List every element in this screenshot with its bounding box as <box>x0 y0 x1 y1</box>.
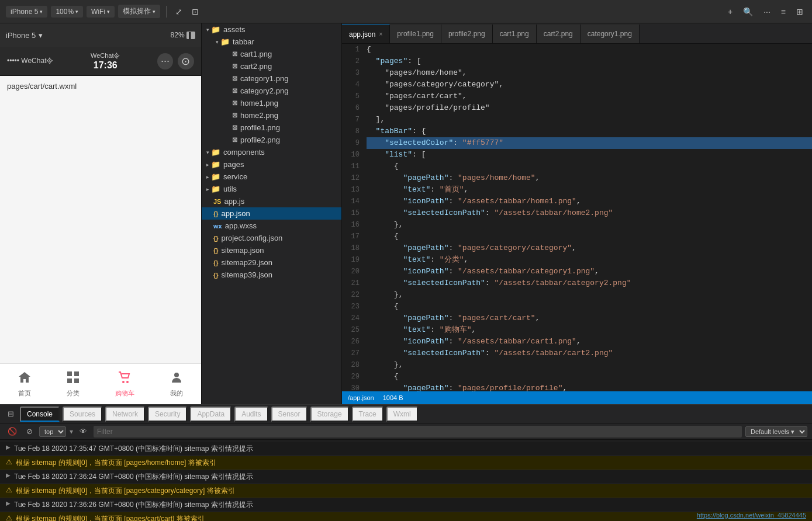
wechat-time: 17:36 <box>91 60 120 71</box>
wifi-selector[interactable]: WiFi ▾ <box>87 6 115 18</box>
split-button[interactable]: ⊞ <box>793 5 806 18</box>
file-icon: ⊠ <box>232 112 237 119</box>
console-message: ⚠ 根据 sitemap 的规则[0]，当前页面 [pages/cart/car… <box>0 512 812 521</box>
svg-point-5 <box>126 381 129 383</box>
explorer-item-sitemap29[interactable]: {}sitemap29.json <box>202 256 341 269</box>
tab-item-cart[interactable]: 购物车 <box>115 371 134 398</box>
filter-input[interactable] <box>94 426 742 437</box>
line-content: "selectedIconPath": "/assets/tabbar/cate… <box>367 277 812 289</box>
folder-arrow-icon: ▸ <box>206 162 209 168</box>
explorer-item-sitemap39[interactable]: {}sitemap39.json <box>202 269 341 281</box>
editor-tab-category1png[interactable]: category1.png <box>581 25 640 43</box>
tab-close-icon[interactable]: × <box>379 31 382 37</box>
line-number: 6 <box>342 102 367 114</box>
tab-item-category[interactable]: 分类 <box>67 371 80 398</box>
phone-tabbar: 首页分类购物车我的 <box>0 363 201 404</box>
explorer-item-category1[interactable]: ⊠category1.png <box>202 72 341 85</box>
editor-tab-profile1png[interactable]: profile1.png <box>390 25 441 43</box>
panel-tab-storage[interactable]: Storage <box>310 407 349 422</box>
line-number: 26 <box>342 336 367 348</box>
breadcrumb-text: pages/cart/cart.wxml <box>7 82 77 91</box>
device-selector[interactable]: iPhone 5 ▾ <box>6 6 47 18</box>
explorer-item-tabbar[interactable]: ▾📁tabbar <box>202 36 341 48</box>
explorer-item-profile2[interactable]: ⊠profile2.png <box>202 134 341 146</box>
explorer-item-label: utils <box>223 185 237 193</box>
explorer-item-home1[interactable]: ⊠home1.png <box>202 97 341 109</box>
context-select[interactable]: top <box>39 426 66 437</box>
bottom-link[interactable]: https://blog.csdn.net/weixin_45824445 <box>697 512 806 519</box>
explorer-item-label: sitemap.json <box>222 246 264 255</box>
panel-tab-trace[interactable]: Trace <box>352 407 383 422</box>
file-icon: ⊠ <box>232 62 237 70</box>
editor-tab-cart2png[interactable]: cart2.png <box>537 25 581 43</box>
device-arrow-icon2: ▾ <box>39 31 43 40</box>
panel-tab-network[interactable]: Network <box>105 407 145 422</box>
wechat-camera-icon[interactable]: ⊙ <box>178 53 194 70</box>
panel-tab-sources[interactable]: Sources <box>63 407 102 422</box>
wechat-bar: ••••• WeChat令 WeChat令 17:36 ··· ⊙ <box>0 47 201 76</box>
explorer-item-assets[interactable]: ▾📁assets <box>202 23 341 36</box>
explorer-item-category2[interactable]: ⊠category2.png <box>202 85 341 97</box>
explorer-item-appwxss[interactable]: wxapp.wxss <box>202 220 341 232</box>
code-editor: 1{2 "pages": [3 "pages/home/home",4 "pag… <box>342 44 812 391</box>
svg-point-4 <box>122 381 125 383</box>
file-icon: ⊠ <box>232 87 237 95</box>
code-line: 29 { <box>342 371 812 383</box>
panel-resize-icon[interactable]: ⊟ <box>5 408 17 419</box>
explorer-item-utils[interactable]: ▸📁utils <box>202 183 341 195</box>
fullscreen-button[interactable]: ⊡ <box>189 5 202 18</box>
profile-tab-icon <box>170 371 184 387</box>
console-message[interactable]: ▶Tue Feb 18 2020 17:36:24 GMT+0800 (中国标准… <box>0 470 812 484</box>
editor-tab-appjson[interactable]: app.json× <box>342 25 390 43</box>
console-message[interactable]: ▶Tue Feb 18 2020 17:36:26 GMT+0800 (中国标准… <box>0 498 812 512</box>
explorer-item-components[interactable]: ▾📁components <box>202 146 341 158</box>
action-selector[interactable]: 模拟操作 ▾ <box>118 5 160 18</box>
panel-tab-appdata[interactable]: AppData <box>190 407 231 422</box>
line-content: { <box>367 44 812 55</box>
explorer-item-profile1[interactable]: ⊠profile1.png <box>202 121 341 134</box>
line-number: 27 <box>342 348 367 359</box>
explorer-item-projectconfig[interactable]: {}project.config.json <box>202 232 341 244</box>
zoom-selector[interactable]: 100% ▾ <box>51 6 83 18</box>
panel-tab-audits[interactable]: Audits <box>234 407 268 422</box>
code-line: 21 "selectedIconPath": "/assets/tabbar/c… <box>342 277 812 289</box>
rotate-button[interactable]: ⤢ <box>172 5 185 18</box>
tab-item-home[interactable]: 首页 <box>18 371 32 398</box>
zoom-arrow-icon: ▾ <box>75 9 78 15</box>
level-select[interactable]: Default levels ▾ <box>745 426 807 437</box>
line-number: 1 <box>342 44 367 55</box>
console-clear-button[interactable]: 🚫 <box>5 426 20 437</box>
panel-tab-security[interactable]: Security <box>148 407 187 422</box>
battery-label: 82% <box>171 31 185 39</box>
panel-tab-wxml[interactable]: Wxml <box>386 407 418 422</box>
expand-arrow-icon: ▶ <box>6 500 11 506</box>
line-number: 12 <box>342 172 367 184</box>
line-number: 28 <box>342 359 367 371</box>
eye-button[interactable]: 👁 <box>77 426 90 437</box>
editor-tab-cart1png[interactable]: cart1.png <box>493 25 537 43</box>
file-icon: ⊠ <box>232 136 237 144</box>
editor-tab-profile2png[interactable]: profile2.png <box>441 25 493 43</box>
console-message[interactable]: ▶Tue Feb 18 2020 17:35:47 GMT+0800 (中国标准… <box>0 442 812 456</box>
panel-tab-sensor[interactable]: Sensor <box>271 407 307 422</box>
wechat-menu-icon[interactable]: ··· <box>157 53 173 70</box>
add-button[interactable]: + <box>725 5 735 18</box>
search-button[interactable]: 🔍 <box>740 5 756 18</box>
tab-item-profile[interactable]: 我的 <box>170 371 184 398</box>
explorer-item-pages[interactable]: ▸📁pages <box>202 158 341 171</box>
explorer-item-home2[interactable]: ⊠home2.png <box>202 109 341 121</box>
explorer-item-appjson[interactable]: {}app.json <box>202 207 341 220</box>
explorer-item-service[interactable]: ▸📁service <box>202 171 341 183</box>
explorer-item-cart2[interactable]: ⊠cart2.png <box>202 60 341 72</box>
more-button[interactable]: ··· <box>761 5 773 18</box>
list-button[interactable]: ≡ <box>778 5 789 18</box>
explorer-item-cart1[interactable]: ⊠cart1.png <box>202 48 341 60</box>
action-arrow-icon: ▾ <box>153 9 156 15</box>
action-label: 模拟操作 <box>123 6 151 16</box>
line-content: "pages/category/category", <box>367 79 812 91</box>
explorer-item-appjs[interactable]: JSapp.js <box>202 195 341 207</box>
explorer-item-sitemap[interactable]: {}sitemap.json <box>202 244 341 256</box>
file-explorer: ▾📁assets▾📁tabbar⊠cart1.png⊠cart2.png⊠cat… <box>202 23 342 404</box>
panel-tab-console[interactable]: Console <box>20 407 60 422</box>
console-stop-button[interactable]: ⊘ <box>23 426 36 437</box>
